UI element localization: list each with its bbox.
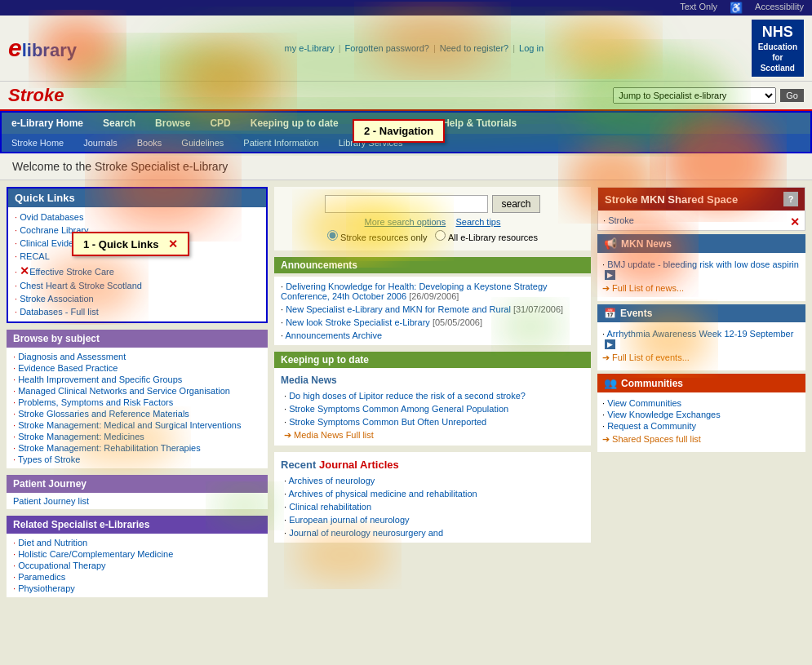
top-utility-bar: Text Only ♿ Accessibility — [0, 0, 812, 16]
search-input[interactable] — [325, 195, 488, 213]
list-item: · Managed Clinical Networks and Service … — [13, 385, 261, 397]
list-item: · Chest Heart & Stroke Scotland — [15, 279, 260, 292]
list-item: · Holistic Care/Complementary Medicine — [13, 548, 261, 560]
list-item: · New look Stroke Specialist e-Library [… — [281, 316, 584, 329]
nav-browse[interactable]: Browse — [145, 114, 200, 132]
nav-elibrary-home[interactable]: e-Library Home — [2, 114, 93, 132]
nav-help-tutorials[interactable]: Help & Tutorials — [433, 114, 526, 132]
events-full-list-link[interactable]: Full List of events... — [612, 352, 690, 362]
search-links-row: More search options Search tips — [282, 217, 583, 227]
close-tooltip-icon[interactable]: ✕ — [168, 237, 178, 250]
related-libraries-box: Related Specialist e-Libraries · Diet an… — [7, 516, 268, 597]
stroke-title: Stroke — [8, 85, 64, 106]
list-item: · Databases - Full list — [15, 305, 260, 318]
communities-header: 👥 Communities — [597, 374, 805, 392]
nav-search[interactable]: Search — [93, 114, 145, 132]
nhs-text: NHS — [758, 23, 797, 42]
list-item: · Do high doses of Lipitor reduce the ri… — [284, 389, 581, 402]
people-icon: 👥 — [604, 377, 617, 389]
list-item: · Evidence Based Practice — [13, 362, 261, 374]
accessibility-icon: ♿ — [730, 2, 743, 14]
search-radio-row: Stroke resources only All e-Library reso… — [282, 230, 583, 242]
patient-journey-list-link[interactable]: Patient Journey list — [13, 496, 89, 506]
list-item: · Stroke Management: Medical and Surgica… — [13, 419, 261, 431]
main-top-bar: e library my e-Library | Forgotten passw… — [0, 16, 812, 82]
nav-tooltip: 2 - Navigation — [353, 119, 445, 143]
mkn-news-content: · BMJ update - bleeding risk with low do… — [597, 253, 805, 301]
media-news-title: Media News — [277, 371, 588, 389]
list-item: · Delivering Knowledge for Health: Devel… — [281, 280, 584, 303]
search-tips-link[interactable]: Search tips — [455, 217, 500, 227]
shared-spaces-full-list-link[interactable]: Shared Spaces full list — [612, 434, 701, 444]
mkn-news-full-list-link[interactable]: Full List of news... — [612, 283, 684, 293]
nav-patient-information[interactable]: Patient Information — [233, 135, 328, 150]
announcements-content: · Delivering Knowledge for Health: Devel… — [274, 277, 591, 345]
media-news-full-list-link[interactable]: Media News Full list — [294, 430, 374, 440]
list-item: · Stroke Association — [15, 292, 260, 305]
welcome-bar: Welcome to the Stroke Specialist e-Libra… — [0, 153, 812, 180]
specialist-library-select[interactable]: Jump to Specialist e-library — [613, 87, 776, 104]
stroke-radio-label: Stroke resources only — [327, 230, 427, 242]
jump-select-area: Jump to Specialist e-library Go — [613, 87, 804, 104]
list-item: · View Communities — [602, 397, 801, 409]
search-row: search — [282, 195, 583, 213]
search-area: search More search options Search tips S… — [274, 187, 591, 250]
need-to-register-link[interactable]: Need to register? — [440, 43, 508, 53]
login-link[interactable]: Log in — [519, 43, 544, 53]
event-item: · Arrhythmia Awareness Week 12-19 Septem… — [602, 327, 801, 350]
my-elibrary-link[interactable]: my e-Library — [285, 43, 335, 53]
logo-e: e — [8, 34, 22, 62]
all-radio-label: All e-Library resources — [435, 230, 538, 242]
shared-space-content: ✕ · Stroke — [598, 211, 805, 230]
nav-container: e-Library Home Search Browse CPD Keeping… — [0, 111, 812, 153]
shared-space-close-icon[interactable]: ✕ — [790, 215, 800, 228]
list-item: · Journal of neurology neurosurgery and — [284, 526, 581, 539]
related-libraries-list: · Diet and Nutrition · Holistic Care/Com… — [7, 534, 268, 597]
list-item: · Occupational Therapy — [13, 560, 261, 571]
list-item: · Types of Stroke — [13, 454, 261, 465]
list-item: · New Specialist e-Library and MKN for R… — [281, 303, 584, 316]
shared-spaces-full-list: ➔ Shared Spaces full list — [602, 432, 801, 447]
logo-library: library — [22, 40, 77, 61]
events-content: · Arrhythmia Awareness Week 12-19 Septem… — [597, 322, 805, 370]
announcements-section: Announcements · Delivering Knowledge for… — [274, 257, 591, 345]
nav-stroke-home[interactable]: Stroke Home — [2, 135, 73, 150]
all-resources-radio[interactable] — [435, 230, 446, 241]
stroke-shared-link[interactable]: Stroke — [608, 215, 634, 225]
list-item: · Problems, Symptoms and Risk Factors — [13, 397, 261, 408]
text-only-link[interactable]: Text Only — [680, 2, 717, 14]
list-item: · View Knowledge Exchanges — [602, 409, 801, 420]
events-box: 📅 Events · Arrhythmia Awareness Week 12-… — [597, 304, 805, 370]
nav-books[interactable]: Books — [127, 135, 172, 150]
nav-keeping-up-to-date[interactable]: Keeping up to date — [241, 114, 348, 132]
events-full-list: ➔ Full List of events... — [602, 350, 801, 366]
search-button[interactable]: search — [492, 195, 539, 213]
events-header: 📅 Events — [597, 304, 805, 322]
quick-links-header: Quick Links — [8, 188, 266, 207]
accessibility-link[interactable]: Accessibility — [755, 2, 804, 14]
shared-space-help-button[interactable]: ? — [783, 192, 798, 206]
nav-journals[interactable]: Journals — [73, 135, 127, 150]
more-search-options-link[interactable]: More search options — [365, 217, 446, 227]
arrow-icon: ▶ — [605, 339, 615, 349]
nav-cpd[interactable]: CPD — [200, 114, 240, 132]
page-wrapper: Text Only ♿ Accessibility e library my e… — [0, 0, 812, 665]
list-item: · Clinical rehabilitation — [284, 500, 581, 513]
browse-subject-box: Browse by subject · Diagnosis and Assess… — [7, 330, 268, 468]
nhs-logo: NHS Education for Scotland — [752, 20, 804, 77]
list-item: · Diagnosis and Assessment — [13, 351, 261, 362]
center-content: search More search options Search tips S… — [274, 187, 591, 597]
go-button[interactable]: Go — [780, 89, 804, 102]
keeping-up-section: Keeping up to date Media News · Do high … — [274, 352, 591, 446]
forgotten-password-link[interactable]: Forgotten password? — [345, 43, 429, 53]
main-content: 1 - Quick Links ✕ Quick Links · Ovid Dat… — [0, 180, 812, 604]
patient-journey-content: Patient Journey list — [7, 493, 268, 509]
list-item: · European journal of neurology — [284, 513, 581, 526]
calendar-icon: 📅 — [604, 308, 616, 319]
list-item: · Diet and Nutrition — [13, 537, 261, 548]
stroke-resources-radio[interactable] — [327, 230, 338, 241]
list-item: · Paramedics — [13, 571, 261, 583]
browse-subject-list: · Diagnosis and Assessment · Evidence Ba… — [7, 348, 268, 468]
nav-guidelines[interactable]: Guidelines — [171, 135, 233, 150]
announcements-header: Announcements — [274, 257, 591, 273]
